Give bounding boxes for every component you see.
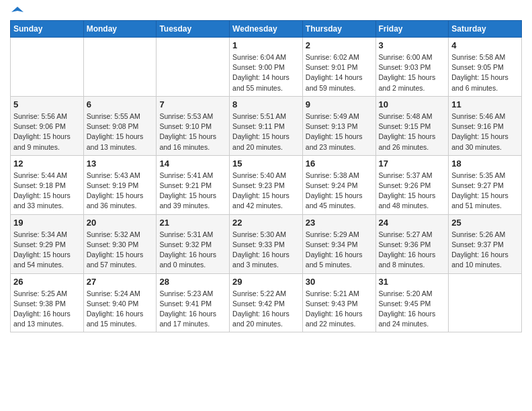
week-row-5: 26Sunrise: 5:25 AM Sunset: 9:38 PM Dayli… xyxy=(11,273,522,332)
day-info: Sunrise: 5:31 AM Sunset: 9:32 PM Dayligh… xyxy=(159,230,226,271)
calendar-cell: 4Sunrise: 5:58 AM Sunset: 9:05 PM Daylig… xyxy=(449,38,522,97)
day-number: 21 xyxy=(159,218,226,228)
calendar-cell: 17Sunrise: 5:37 AM Sunset: 9:26 PM Dayli… xyxy=(375,155,449,214)
day-number: 25 xyxy=(451,218,519,228)
day-number: 22 xyxy=(232,218,300,228)
day-number: 7 xyxy=(159,99,226,109)
calendar-cell: 21Sunrise: 5:31 AM Sunset: 9:32 PM Dayli… xyxy=(157,214,230,273)
day-header-friday: Friday xyxy=(375,21,449,38)
calendar-cell: 18Sunrise: 5:35 AM Sunset: 9:27 PM Dayli… xyxy=(449,155,522,214)
calendar-cell xyxy=(11,38,84,97)
week-row-2: 5Sunrise: 5:56 AM Sunset: 9:06 PM Daylig… xyxy=(11,96,522,155)
day-info: Sunrise: 5:35 AM Sunset: 9:27 PM Dayligh… xyxy=(451,171,519,212)
day-info: Sunrise: 5:29 AM Sunset: 9:34 PM Dayligh… xyxy=(306,230,373,271)
day-number: 26 xyxy=(13,277,81,287)
day-info: Sunrise: 5:26 AM Sunset: 9:37 PM Dayligh… xyxy=(451,230,519,271)
calendar-cell xyxy=(157,38,230,97)
calendar-cell: 12Sunrise: 5:44 AM Sunset: 9:18 PM Dayli… xyxy=(11,155,84,214)
calendar-cell: 31Sunrise: 5:20 AM Sunset: 9:45 PM Dayli… xyxy=(375,273,449,332)
calendar-cell: 19Sunrise: 5:34 AM Sunset: 9:29 PM Dayli… xyxy=(11,214,84,273)
day-info: Sunrise: 5:22 AM Sunset: 9:42 PM Dayligh… xyxy=(232,289,300,330)
day-number: 12 xyxy=(13,158,81,169)
day-header-tuesday: Tuesday xyxy=(157,21,230,38)
logo xyxy=(10,7,24,16)
day-number: 9 xyxy=(306,99,373,109)
day-info: Sunrise: 5:51 AM Sunset: 9:11 PM Dayligh… xyxy=(232,111,300,152)
day-number: 30 xyxy=(306,277,373,287)
day-number: 15 xyxy=(232,158,300,169)
day-info: Sunrise: 5:40 AM Sunset: 9:23 PM Dayligh… xyxy=(232,171,300,212)
day-info: Sunrise: 6:00 AM Sunset: 9:03 PM Dayligh… xyxy=(379,52,446,93)
day-number: 17 xyxy=(379,158,446,169)
day-header-row: SundayMondayTuesdayWednesdayThursdayFrid… xyxy=(11,21,522,38)
day-info: Sunrise: 5:24 AM Sunset: 9:40 PM Dayligh… xyxy=(87,289,154,330)
day-info: Sunrise: 5:32 AM Sunset: 9:30 PM Dayligh… xyxy=(87,230,154,271)
day-info: Sunrise: 5:34 AM Sunset: 9:29 PM Dayligh… xyxy=(13,230,81,271)
day-info: Sunrise: 5:21 AM Sunset: 9:43 PM Dayligh… xyxy=(306,289,373,330)
day-info: Sunrise: 5:38 AM Sunset: 9:24 PM Dayligh… xyxy=(306,171,373,212)
day-info: Sunrise: 5:25 AM Sunset: 9:38 PM Dayligh… xyxy=(13,289,81,330)
calendar-cell: 23Sunrise: 5:29 AM Sunset: 9:34 PM Dayli… xyxy=(302,214,375,273)
calendar-cell: 25Sunrise: 5:26 AM Sunset: 9:37 PM Dayli… xyxy=(449,214,522,273)
day-number: 18 xyxy=(451,158,519,169)
day-info: Sunrise: 5:58 AM Sunset: 9:05 PM Dayligh… xyxy=(451,52,519,93)
calendar-cell: 30Sunrise: 5:21 AM Sunset: 9:43 PM Dayli… xyxy=(302,273,375,332)
calendar-cell: 7Sunrise: 5:53 AM Sunset: 9:10 PM Daylig… xyxy=(157,96,230,155)
day-info: Sunrise: 6:04 AM Sunset: 9:00 PM Dayligh… xyxy=(232,52,300,93)
day-info: Sunrise: 6:02 AM Sunset: 9:01 PM Dayligh… xyxy=(306,52,373,93)
day-number: 8 xyxy=(232,99,300,109)
calendar-cell: 9Sunrise: 5:49 AM Sunset: 9:13 PM Daylig… xyxy=(302,96,375,155)
day-info: Sunrise: 5:44 AM Sunset: 9:18 PM Dayligh… xyxy=(13,171,81,212)
day-number: 4 xyxy=(451,40,519,50)
day-info: Sunrise: 5:55 AM Sunset: 9:08 PM Dayligh… xyxy=(87,111,154,152)
day-header-sunday: Sunday xyxy=(11,21,84,38)
day-info: Sunrise: 5:23 AM Sunset: 9:41 PM Dayligh… xyxy=(159,289,226,330)
calendar-cell: 14Sunrise: 5:41 AM Sunset: 9:21 PM Dayli… xyxy=(157,155,230,214)
day-header-thursday: Thursday xyxy=(302,21,375,38)
calendar-cell xyxy=(83,38,157,97)
day-number: 24 xyxy=(379,218,446,228)
calendar-cell: 29Sunrise: 5:22 AM Sunset: 9:42 PM Dayli… xyxy=(230,273,303,332)
svg-marker-0 xyxy=(11,7,24,12)
day-number: 31 xyxy=(379,277,446,287)
calendar-body: 1Sunrise: 6:04 AM Sunset: 9:00 PM Daylig… xyxy=(11,38,522,332)
calendar-table: SundayMondayTuesdayWednesdayThursdayFrid… xyxy=(10,20,522,332)
day-number: 11 xyxy=(451,99,519,109)
day-info: Sunrise: 5:30 AM Sunset: 9:33 PM Dayligh… xyxy=(232,230,300,271)
week-row-4: 19Sunrise: 5:34 AM Sunset: 9:29 PM Dayli… xyxy=(11,214,522,273)
calendar-cell: 11Sunrise: 5:46 AM Sunset: 9:16 PM Dayli… xyxy=(449,96,522,155)
day-info: Sunrise: 5:49 AM Sunset: 9:13 PM Dayligh… xyxy=(306,111,373,152)
day-number: 23 xyxy=(306,218,373,228)
calendar-cell: 3Sunrise: 6:00 AM Sunset: 9:03 PM Daylig… xyxy=(375,38,449,97)
calendar-cell: 22Sunrise: 5:30 AM Sunset: 9:33 PM Dayli… xyxy=(230,214,303,273)
logo-bird-icon xyxy=(11,5,24,17)
calendar-cell: 1Sunrise: 6:04 AM Sunset: 9:00 PM Daylig… xyxy=(230,38,303,97)
day-number: 19 xyxy=(13,218,81,228)
calendar-cell: 10Sunrise: 5:48 AM Sunset: 9:15 PM Dayli… xyxy=(375,96,449,155)
week-row-1: 1Sunrise: 6:04 AM Sunset: 9:00 PM Daylig… xyxy=(11,38,522,97)
calendar-cell: 6Sunrise: 5:55 AM Sunset: 9:08 PM Daylig… xyxy=(83,96,157,155)
calendar-cell: 16Sunrise: 5:38 AM Sunset: 9:24 PM Dayli… xyxy=(302,155,375,214)
day-info: Sunrise: 5:20 AM Sunset: 9:45 PM Dayligh… xyxy=(379,289,446,330)
day-info: Sunrise: 5:53 AM Sunset: 9:10 PM Dayligh… xyxy=(159,111,226,152)
calendar-cell: 24Sunrise: 5:27 AM Sunset: 9:36 PM Dayli… xyxy=(375,214,449,273)
calendar-cell: 8Sunrise: 5:51 AM Sunset: 9:11 PM Daylig… xyxy=(230,96,303,155)
day-header-saturday: Saturday xyxy=(449,21,522,38)
day-info: Sunrise: 5:37 AM Sunset: 9:26 PM Dayligh… xyxy=(379,171,446,212)
day-number: 10 xyxy=(379,99,446,109)
page-header xyxy=(10,7,522,16)
day-number: 20 xyxy=(87,218,154,228)
calendar-cell xyxy=(449,273,522,332)
day-number: 3 xyxy=(379,40,446,50)
day-number: 2 xyxy=(306,40,373,50)
day-number: 27 xyxy=(87,277,154,287)
day-number: 6 xyxy=(87,99,154,109)
calendar-cell: 26Sunrise: 5:25 AM Sunset: 9:38 PM Dayli… xyxy=(11,273,84,332)
day-info: Sunrise: 5:43 AM Sunset: 9:19 PM Dayligh… xyxy=(87,171,154,212)
day-number: 5 xyxy=(13,99,81,109)
day-info: Sunrise: 5:46 AM Sunset: 9:16 PM Dayligh… xyxy=(451,111,519,152)
day-number: 1 xyxy=(232,40,300,50)
calendar-cell: 28Sunrise: 5:23 AM Sunset: 9:41 PM Dayli… xyxy=(157,273,230,332)
day-info: Sunrise: 5:56 AM Sunset: 9:06 PM Dayligh… xyxy=(13,111,81,152)
day-info: Sunrise: 5:41 AM Sunset: 9:21 PM Dayligh… xyxy=(159,171,226,212)
